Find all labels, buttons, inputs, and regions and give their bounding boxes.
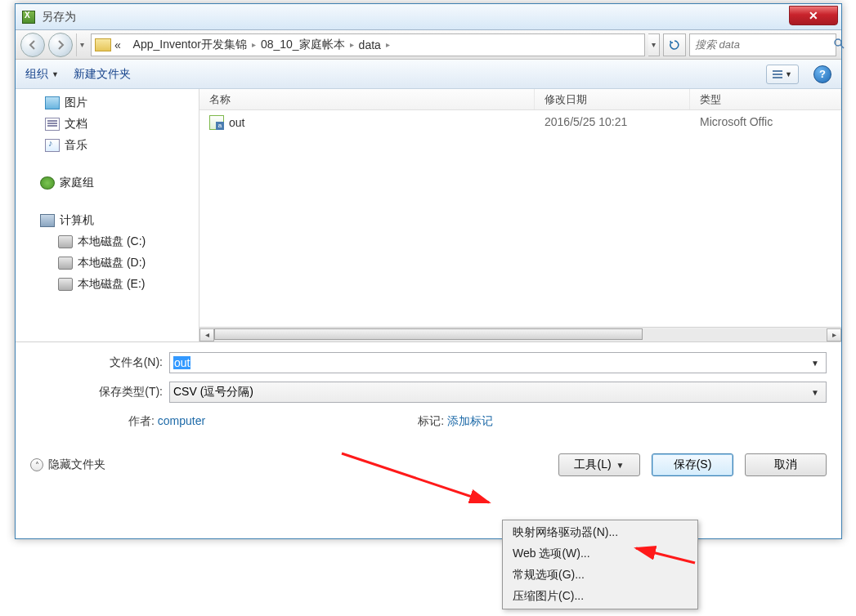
menu-item-map-network-drive[interactable]: 映射网络驱动器(N)... [504,522,696,543]
chevron-up-icon: ˄ [30,458,43,471]
scroll-right-button[interactable]: ▸ [827,328,841,341]
view-mode-button[interactable]: ▼ [766,65,799,84]
svg-point-0 [835,39,841,46]
main-area: 图片 文档 音乐 家庭组 计算机 本地磁盘 (C:) 本地磁盘 (D:) 本地磁… [16,89,841,342]
folder-icon [95,38,111,51]
organize-button[interactable]: 组织▼ [25,67,59,82]
tools-button[interactable]: 工具(L)▼ [558,453,640,476]
pictures-icon [45,96,60,109]
documents-icon [45,118,60,131]
form-area: 文件名(N): out ▼ 保存类型(T): CSV (逗号分隔) ▼ 作者: … [16,342,841,435]
sidebar-item-drive-c[interactable]: 本地磁盘 (C:) [16,231,199,252]
music-icon [45,139,60,152]
file-area: 名称 修改日期 类型 out 2016/5/25 10:21 Microsoft… [199,89,841,341]
menu-item-compress-pictures[interactable]: 压缩图片(C)... [504,586,696,607]
save-type-dropdown[interactable]: CSV (逗号分隔) ▼ [169,382,827,403]
csv-file-icon [209,115,224,130]
menu-item-general-options[interactable]: 常规选项(G)... [504,565,696,586]
chevron-down-icon[interactable]: ▼ [808,388,822,397]
refresh-button[interactable] [663,33,686,56]
file-row[interactable]: out 2016/5/25 10:21 Microsoft Offic [199,110,841,135]
scrollbar-thumb[interactable] [214,328,643,340]
sidebar-item-homegroup[interactable]: 家庭组 [16,172,199,194]
svg-line-1 [840,45,844,48]
button-bar: ˄ 隐藏文件夹 工具(L)▼ 保存(S) 取消 [16,435,841,488]
excel-icon [22,11,35,24]
column-type[interactable]: 类型 [690,89,841,109]
sidebar-item-music[interactable]: 音乐 [16,135,199,156]
column-date[interactable]: 修改日期 [535,89,690,109]
hide-folders-button[interactable]: ˄ 隐藏文件夹 [30,458,105,472]
search-box[interactable] [689,33,836,56]
drive-icon [58,257,73,270]
breadcrumb-item[interactable]: App_Inventor开发集锦 [133,38,247,52]
horizontal-scrollbar[interactable]: ◂ ▸ [199,327,841,341]
homegroup-icon [40,176,55,190]
breadcrumb-prefix: « [114,38,121,51]
search-icon [833,38,845,51]
filename-input[interactable]: out ▼ [169,352,827,373]
tags-label: 标记: [418,414,444,427]
breadcrumb-item[interactable]: data [359,38,381,51]
drive-icon [58,278,73,291]
sidebar-item-drive-e[interactable]: 本地磁盘 (E:) [16,274,199,295]
menu-item-web-options[interactable]: Web 选项(W)... [504,543,696,565]
chevron-right-icon: ▸ [386,40,390,49]
sidebar-item-pictures[interactable]: 图片 [16,92,199,114]
column-name[interactable]: 名称 [199,89,535,109]
search-input[interactable] [695,38,833,51]
dialog-title: 另存为 [42,10,789,25]
breadcrumb-dropdown[interactable]: ▾ [648,33,660,56]
scroll-left-button[interactable]: ◂ [199,328,214,341]
new-folder-button[interactable]: 新建文件夹 [74,67,131,82]
tools-dropdown-menu: 映射网络驱动器(N)... Web 选项(W)... 常规选项(G)... 压缩… [502,520,698,609]
breadcrumb-item[interactable]: 08_10_家庭帐本 [261,38,345,52]
help-button[interactable]: ? [813,65,831,83]
sidebar-item-documents[interactable]: 文档 [16,114,199,135]
file-list[interactable]: out 2016/5/25 10:21 Microsoft Offic [199,110,841,327]
navbar: ▾ « App_Inventor开发集锦 ▸ 08_10_家庭帐本 ▸ data… [16,30,841,60]
chevron-right-icon [126,40,128,49]
sidebar-item-computer[interactable]: 计算机 [16,210,199,231]
sidebar[interactable]: 图片 文档 音乐 家庭组 计算机 本地磁盘 (C:) 本地磁盘 (D:) 本地磁… [16,89,199,341]
cancel-button[interactable]: 取消 [745,453,827,476]
tags-value[interactable]: 添加标记 [447,414,493,427]
nav-history-dropdown[interactable]: ▾ [76,33,87,56]
chevron-right-icon: ▸ [252,40,256,49]
chevron-down-icon[interactable]: ▼ [808,359,822,368]
save-as-dialog: 另存为 ✕ ▾ « App_Inventor开发集锦 ▸ 08_10_家庭帐本 … [15,3,842,539]
file-list-header: 名称 修改日期 类型 [199,89,841,110]
drive-icon [58,235,73,248]
toolbar: 组织▼ 新建文件夹 ▼ ? [16,60,841,89]
save-type-label: 保存类型(T): [30,385,169,400]
chevron-right-icon: ▸ [350,40,354,49]
close-button[interactable]: ✕ [789,6,838,25]
forward-button[interactable] [48,33,73,57]
titlebar: 另存为 ✕ [16,4,841,30]
author-label: 作者: [128,414,155,427]
breadcrumb[interactable]: « App_Inventor开发集锦 ▸ 08_10_家庭帐本 ▸ data ▸ [91,33,645,56]
author-value[interactable]: computer [158,414,205,427]
computer-icon [40,214,55,227]
back-button[interactable] [20,33,45,57]
filename-label: 文件名(N): [30,355,169,370]
sidebar-item-drive-d[interactable]: 本地磁盘 (D:) [16,252,199,274]
save-button[interactable]: 保存(S) [652,453,733,476]
